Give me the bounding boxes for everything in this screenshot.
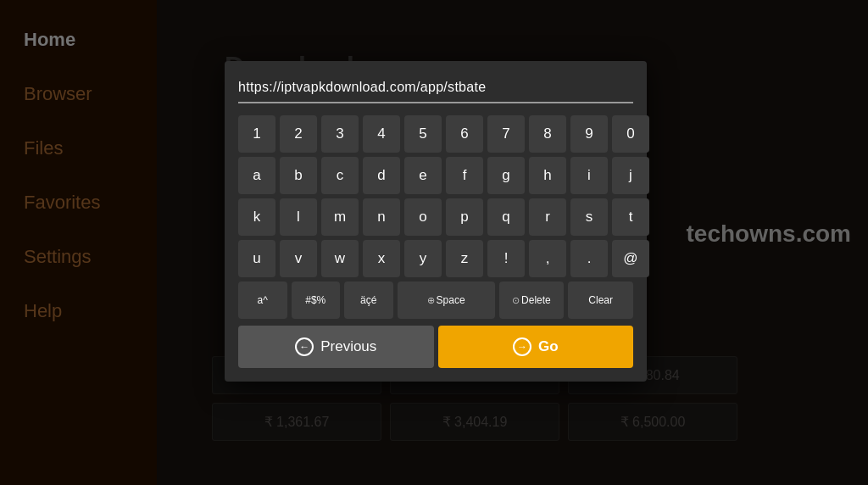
key-n[interactable]: n (363, 198, 400, 236)
key-9[interactable]: 9 (570, 115, 608, 153)
key-t[interactable]: t (612, 198, 649, 236)
row-u-at: u v w x y z ! , . @ (238, 240, 633, 277)
key-i[interactable]: i (570, 157, 608, 194)
key-o[interactable]: o (404, 198, 442, 236)
go-button[interactable]: → Go (438, 326, 634, 368)
keyboard-dialog: 1 2 3 4 5 6 7 8 9 0 a b c d e f g h i j … (225, 61, 647, 382)
key-e[interactable]: e (404, 157, 442, 194)
symbols-key[interactable]: #$% (292, 282, 341, 319)
key-k[interactable]: k (238, 198, 275, 236)
action-row: ← Previous → Go (238, 326, 633, 368)
key-z[interactable]: z (446, 240, 483, 277)
key-5[interactable]: 5 (404, 115, 442, 153)
previous-button[interactable]: ← Previous (238, 326, 434, 368)
key-w[interactable]: w (321, 240, 359, 277)
key-at[interactable]: @ (612, 240, 649, 277)
key-8[interactable]: 8 (529, 115, 566, 153)
key-y[interactable]: y (404, 240, 442, 277)
go-icon: → (513, 337, 531, 356)
delete-key[interactable]: ⊙ Delete (499, 282, 565, 319)
key-6[interactable]: 6 (446, 115, 483, 153)
key-7[interactable]: 7 (487, 115, 525, 153)
key-m[interactable]: m (321, 198, 359, 236)
url-input[interactable] (238, 76, 633, 103)
caps-key[interactable]: a^ (238, 282, 287, 319)
key-u[interactable]: u (238, 240, 275, 277)
key-f[interactable]: f (446, 157, 483, 194)
special-row: a^ #$% äçé ⊕ Space ⊙ Delete Clear (238, 282, 633, 319)
space-key[interactable]: ⊕ Space (398, 282, 495, 319)
key-g[interactable]: g (487, 157, 525, 194)
key-1[interactable]: 1 (238, 115, 275, 153)
keyboard-rows: 1 2 3 4 5 6 7 8 9 0 a b c d e f g h i j … (238, 115, 633, 319)
key-c[interactable]: c (321, 157, 359, 194)
key-p[interactable]: p (446, 198, 483, 236)
key-l[interactable]: l (280, 198, 317, 236)
key-s[interactable]: s (570, 198, 608, 236)
key-comma[interactable]: , (529, 240, 566, 277)
key-0[interactable]: 0 (612, 115, 649, 153)
number-row: 1 2 3 4 5 6 7 8 9 0 (238, 115, 633, 153)
key-exclaim[interactable]: ! (487, 240, 525, 277)
key-a[interactable]: a (238, 157, 275, 194)
key-x[interactable]: x (363, 240, 400, 277)
key-h[interactable]: h (529, 157, 566, 194)
key-4[interactable]: 4 (363, 115, 400, 153)
key-r[interactable]: r (529, 198, 566, 236)
key-2[interactable]: 2 (280, 115, 317, 153)
row-a-j: a b c d e f g h i j (238, 157, 633, 194)
accents-key[interactable]: äçé (344, 282, 393, 319)
key-v[interactable]: v (280, 240, 317, 277)
clear-key[interactable]: Clear (568, 282, 633, 319)
key-q[interactable]: q (487, 198, 525, 236)
key-j[interactable]: j (612, 157, 649, 194)
previous-icon: ← (295, 337, 314, 356)
key-3[interactable]: 3 (321, 115, 359, 153)
key-b[interactable]: b (280, 157, 317, 194)
row-k-t: k l m n o p q r s t (238, 198, 633, 236)
key-period[interactable]: . (570, 240, 608, 277)
key-d[interactable]: d (363, 157, 400, 194)
